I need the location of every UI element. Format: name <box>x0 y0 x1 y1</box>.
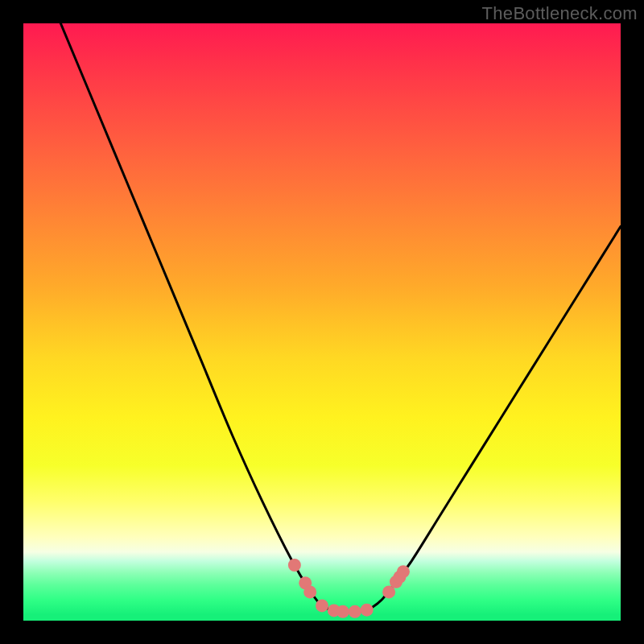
plot-area <box>23 23 621 621</box>
data-marker <box>316 599 328 612</box>
data-marker <box>288 559 301 572</box>
data-marker <box>397 565 410 578</box>
bottleneck-curve <box>23 23 621 621</box>
data-marker <box>303 585 316 598</box>
chart-frame: TheBottleneck.com <box>0 0 644 644</box>
watermark-text: TheBottleneck.com <box>482 3 638 24</box>
data-marker <box>361 604 374 617</box>
curve-path <box>23 23 621 612</box>
data-marker <box>336 605 349 618</box>
data-marker <box>349 605 361 618</box>
